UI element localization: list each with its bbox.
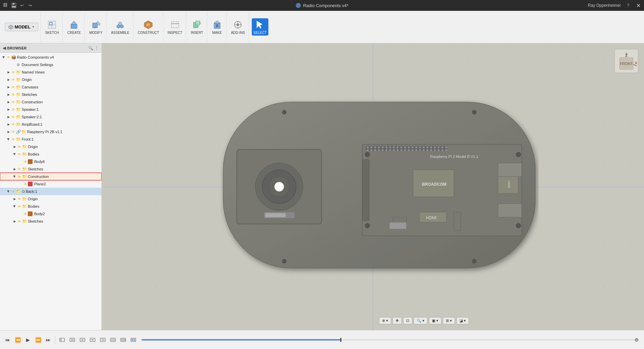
back1-folder: 📁 xyxy=(16,189,21,194)
svg-point-82 xyxy=(441,147,443,148)
timeline-play-button[interactable]: ▶ xyxy=(23,335,33,345)
tree-item-root[interactable]: ▶ 👁 📦 Radio Components v4 xyxy=(0,54,101,61)
effects-button[interactable]: ◪ ▾ xyxy=(456,317,469,324)
svg-point-77 xyxy=(423,147,424,148)
tree-item-body2[interactable]: ▶ 👁 Body2 xyxy=(0,210,101,218)
tree-item-front1[interactable]: ▶ 👁 📁 Front:1 xyxy=(0,136,101,143)
tree-item-construction-top[interactable]: ▶ 👁 📁 Construction xyxy=(0,98,101,106)
settings-button[interactable]: ⚙ xyxy=(632,335,641,345)
canvases-arrow: ▶ xyxy=(6,85,11,89)
doc-settings-label: Document Settings xyxy=(22,63,53,67)
timeline-next-button[interactable]: ⏩ xyxy=(33,335,43,345)
timeline-end-button[interactable]: ⏭ xyxy=(43,335,53,345)
timeline-marker8[interactable] xyxy=(129,335,138,345)
tree-item-origin[interactable]: ▶ 👁 📁 Origin xyxy=(0,76,101,83)
tree-item-back-sketches[interactable]: ▶ 👁 📁 Sketches xyxy=(0,218,101,225)
timeline-marker6[interactable] xyxy=(108,335,118,345)
display-mode-button[interactable]: ▣ ▾ xyxy=(429,317,441,324)
viewport[interactable]: Raspberry Pi 2 Model B V1.1 xyxy=(102,43,644,330)
modify-button[interactable]: MODIFY xyxy=(88,18,104,36)
insert-button[interactable]: INSERT xyxy=(189,18,205,36)
grid-button[interactable]: ⊞ ▾ xyxy=(443,317,455,324)
svg-rect-14 xyxy=(71,24,77,28)
orbit-button[interactable]: ⊕ ▾ xyxy=(379,317,391,324)
assemble-icon xyxy=(115,19,126,30)
create-button[interactable]: CREATE xyxy=(65,18,82,36)
addins-button[interactable]: ADD-INS xyxy=(229,18,247,36)
help-icon[interactable]: ? xyxy=(625,2,631,8)
save-icon[interactable] xyxy=(11,2,17,8)
zoom-fit-button[interactable]: ⊡ xyxy=(403,317,412,324)
browser-options-icon[interactable]: ⋮ xyxy=(95,46,99,50)
select-button[interactable]: SELECT xyxy=(252,18,268,36)
root-folder-icon: 📦 xyxy=(11,55,16,60)
front-bodies-eye: 👁 xyxy=(17,152,22,157)
tree-item-speaker1[interactable]: ▶ 👁 📁 Speaker:1 xyxy=(0,106,101,113)
timeline-bar[interactable] xyxy=(141,339,639,341)
titlebar-center: Radio Components v4* xyxy=(296,3,348,8)
construct-button[interactable]: - CONSTRUCT xyxy=(136,18,161,36)
tree-item-canvases[interactable]: ▶ 👁 📁 Canvases xyxy=(0,83,101,91)
svg-marker-41 xyxy=(257,21,262,28)
origin-folder: 📁 xyxy=(16,77,21,82)
svg-point-100 xyxy=(427,149,428,151)
tree-item-speaker2[interactable]: ▶ 👁 📁 Speaker:2:1 xyxy=(0,113,101,121)
svg-point-91 xyxy=(393,149,395,151)
timeline-marker2[interactable] xyxy=(68,335,77,345)
model-selector-button[interactable]: MODEL ▼ xyxy=(5,23,38,31)
addins-group: ADD-INS xyxy=(227,12,249,42)
back-sketches-label: Sketches xyxy=(28,219,43,223)
svg-point-74 xyxy=(412,147,413,148)
front-bodies-folder: 📁 xyxy=(22,152,27,157)
body6-eye: 👁 xyxy=(23,159,28,164)
body2-box xyxy=(28,211,33,216)
svg-point-67 xyxy=(385,147,387,148)
inspect-button[interactable]: INSPECT xyxy=(166,18,184,36)
svg-point-66 xyxy=(382,147,383,148)
browser-search-icon[interactable]: 🔍 xyxy=(88,46,93,50)
close-button[interactable]: ✕ xyxy=(635,2,641,8)
timeline-marker7[interactable] xyxy=(118,335,128,345)
tree-item-doc-settings[interactable]: ▶ ⚙ Document Settings xyxy=(0,61,101,68)
tree-item-ampboard[interactable]: ▶ 👁 📁 AmpBoard:1 xyxy=(0,121,101,128)
timeline-marker4[interactable] xyxy=(88,335,97,345)
tree-item-back1[interactable]: ▶ 👁 📁 ⊙ Back:1 xyxy=(0,188,101,195)
root-label: Radio Components v4 xyxy=(17,55,54,59)
tree-item-rpi[interactable]: ▶ 👁 🔗 📁 Raspberry Pi 2B v1:1 xyxy=(0,128,101,136)
tree-item-front-origin[interactable]: ▶ 👁 📁 Origin xyxy=(0,143,101,150)
assemble-button[interactable]: ASSEMBLE xyxy=(109,18,131,36)
make-button[interactable]: MAKE xyxy=(210,18,224,36)
sketch-button[interactable]: SKETCH xyxy=(43,18,61,36)
undo-icon[interactable]: ↩ xyxy=(19,2,25,8)
svg-rect-120 xyxy=(362,160,369,221)
timeline-begin-button[interactable]: ⏮ xyxy=(3,335,12,345)
body2-eye: 👁 xyxy=(23,211,28,216)
tree-item-front-sketches[interactable]: ▶ 👁 📁 Sketches xyxy=(0,165,101,173)
tree-item-back-origin[interactable]: ▶ 👁 📁 Origin xyxy=(0,195,101,203)
redo-icon[interactable]: ↪ xyxy=(27,2,33,8)
assemble-label: ASSEMBLE xyxy=(111,31,129,35)
tree-item-body6[interactable]: ▶ 👁 Body6 xyxy=(0,158,101,165)
speaker1-label: Speaker:1 xyxy=(22,107,39,111)
tree-item-back-bodies[interactable]: ▶ 👁 📁 Bodies xyxy=(0,203,101,210)
svg-rect-3 xyxy=(5,5,7,7)
timeline-cursor[interactable] xyxy=(340,338,341,342)
svg-rect-34 xyxy=(216,24,218,27)
zoom-button[interactable]: 🔍 ▾ xyxy=(414,317,428,324)
timeline-marker5[interactable] xyxy=(98,335,108,345)
collapse-browser-icon[interactable]: ◀ xyxy=(3,46,6,50)
rpi-label: Raspberry Pi 2B v1:1 xyxy=(27,130,62,134)
timeline-marker3[interactable] xyxy=(78,335,87,345)
tree-item-named-views[interactable]: ▶ 👁 📁 Named Views xyxy=(0,68,101,76)
tree-item-sketches[interactable]: ▶ 👁 📁 Sketches xyxy=(0,91,101,98)
pan-button[interactable]: ✥ xyxy=(393,317,402,324)
tree-item-plane2[interactable]: ▶ 👁 Plane2 xyxy=(0,180,101,188)
back-sketches-arrow: ▶ xyxy=(12,219,17,224)
grid-icon[interactable] xyxy=(3,2,9,8)
tree-item-front-bodies[interactable]: ▶ 👁 📁 Bodies xyxy=(0,150,101,158)
make-group: MAKE xyxy=(208,12,227,42)
toolbar: MODEL ▼ SKETCH xyxy=(0,11,644,43)
timeline-prev-button[interactable]: ⏪ xyxy=(13,335,22,345)
tree-item-construction2[interactable]: ▶ 👁 📁 Construction xyxy=(0,173,101,180)
timeline-marker1[interactable] xyxy=(57,335,67,345)
